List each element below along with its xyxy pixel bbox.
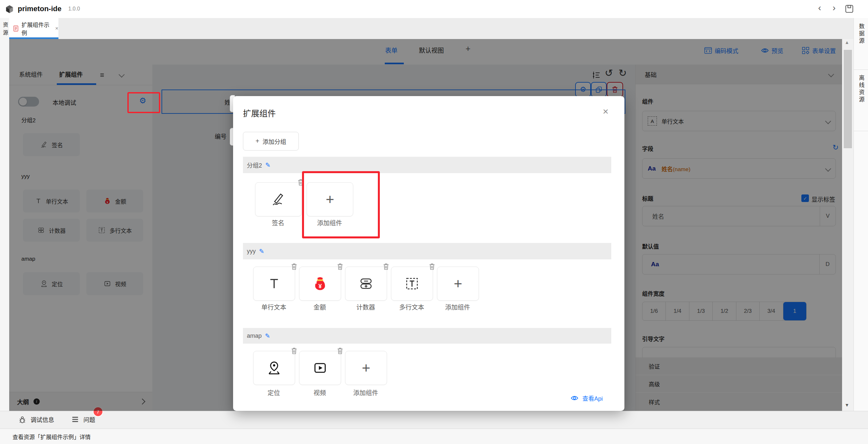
delete-tile-icon[interactable] xyxy=(291,263,298,272)
modal-add-component-label: 添加组件 xyxy=(345,388,386,397)
video-icon xyxy=(312,360,328,376)
offline-resources-label: 离线资源 xyxy=(857,75,865,131)
plus-icon: + xyxy=(362,361,370,375)
scroll-up-icon[interactable]: ▲ xyxy=(845,40,849,45)
tab-extension-example[interactable]: 扩展组件示例 × xyxy=(9,18,58,39)
sidebar-item-resources[interactable]: 资源 xyxy=(1,22,9,38)
status-bar: 查看资源「扩展组件示例」详情 xyxy=(0,429,868,444)
app-window: ¥ primeton-ide 1.0.0 ‹ › 资源 扩展组件示例 × xyxy=(0,0,868,444)
status-text: 查看资源「扩展组件示例」详情 xyxy=(12,433,91,441)
nav-back-icon[interactable]: ‹ xyxy=(818,3,821,13)
bug-icon xyxy=(18,415,27,424)
modal-tile-signature[interactable] xyxy=(255,182,302,216)
modal-add-component-label: 添加组件 xyxy=(437,302,478,311)
modal-tile-label: 定位 xyxy=(253,388,294,397)
modal-group-name: 分组2 xyxy=(247,161,262,169)
modal-tile-money[interactable] xyxy=(299,267,341,301)
scroll-down-icon[interactable]: ▼ xyxy=(845,402,849,408)
edit-icon[interactable]: ✎ xyxy=(265,332,270,340)
document-icon xyxy=(13,25,19,32)
app-logo-icon xyxy=(5,4,14,14)
sidebar-item-datasource[interactable]: 数据源 xyxy=(854,18,868,70)
modal-tile-label: 计数器 xyxy=(345,302,386,311)
top-bar: primeton-ide 1.0.0 ‹ › xyxy=(0,0,868,19)
extension-components-modal: 扩展组件 × + 添加分组 分组2 ✎ 签名 + 添加组件 yyy ✎ 单行文本 xyxy=(233,96,624,411)
modal-tile-label: 签名 xyxy=(255,218,301,227)
delete-tile-icon[interactable] xyxy=(337,263,343,272)
nav-forward-icon[interactable]: › xyxy=(833,3,836,13)
delete-tile-icon[interactable] xyxy=(337,347,343,356)
app-title: primeton-ide xyxy=(18,5,61,13)
modal-title: 扩展组件 xyxy=(243,107,276,119)
modal-tile-label: 金额 xyxy=(299,302,340,311)
scrollbar-thumb[interactable] xyxy=(844,50,852,148)
modal-tile-location[interactable] xyxy=(253,351,295,385)
money-bag-icon xyxy=(312,275,329,292)
modal-group-header: 分组2 ✎ xyxy=(243,157,611,173)
tab-label: 扩展组件示例 xyxy=(22,20,53,37)
modal-group-header: yyy ✎ xyxy=(243,243,611,260)
modal-tile-counter[interactable] xyxy=(345,267,387,301)
annotation-box-add-component xyxy=(302,171,380,238)
app-version: 1.0.0 xyxy=(68,6,80,12)
edit-icon[interactable]: ✎ xyxy=(259,247,264,255)
add-group-label: 添加分组 xyxy=(262,137,286,146)
view-api-label: 查看Api xyxy=(582,394,603,402)
eye-icon xyxy=(570,395,579,401)
modal-close-icon[interactable]: × xyxy=(603,106,609,117)
modal-tile-label: 视频 xyxy=(299,388,340,397)
datasource-label: 数据源 xyxy=(857,23,865,70)
list-icon xyxy=(71,415,80,424)
plus-icon: + xyxy=(255,137,259,145)
plus-icon: + xyxy=(454,276,462,291)
tab-bar: 扩展组件示例 × xyxy=(9,18,868,39)
modal-add-component-tile[interactable]: + xyxy=(345,351,387,385)
add-group-button[interactable]: + 添加分组 xyxy=(243,132,299,150)
sidebar-item-offline-resources[interactable]: 离线资源 xyxy=(854,70,868,131)
single-line-text-icon xyxy=(267,276,282,291)
tab-close-icon[interactable]: × xyxy=(55,25,58,32)
modal-tile-textarea[interactable] xyxy=(391,267,433,301)
modal-group-name: yyy xyxy=(247,248,256,255)
delete-tile-icon[interactable] xyxy=(429,263,435,272)
delete-tile-icon[interactable] xyxy=(291,347,298,356)
debug-info-label: 调试信息 xyxy=(31,415,54,424)
modal-group-name: amap xyxy=(247,333,262,339)
right-strip: 数据源 离线资源 xyxy=(854,18,868,411)
debug-bar: 调试信息 问题 7 xyxy=(0,411,868,429)
left-strip: 资源 xyxy=(0,18,9,411)
view-api-link[interactable]: 查看Api xyxy=(570,394,603,402)
counter-icon xyxy=(358,276,374,292)
modal-tile-video[interactable] xyxy=(299,351,341,385)
location-pin-icon xyxy=(266,360,282,376)
problems-label: 问题 xyxy=(83,415,95,424)
modal-tile-label: 单行文本 xyxy=(253,302,294,311)
annotation-box-gear xyxy=(127,92,160,113)
problems-button[interactable]: 问题 xyxy=(71,415,95,424)
multi-line-text-icon xyxy=(404,276,420,291)
signature-icon xyxy=(271,192,286,207)
save-icon[interactable] xyxy=(845,4,854,13)
edit-icon[interactable]: ✎ xyxy=(265,161,271,169)
modal-tile-label: 多行文本 xyxy=(391,302,432,311)
debug-info-button[interactable]: 调试信息 xyxy=(18,415,54,424)
delete-tile-icon[interactable] xyxy=(383,263,389,272)
modal-group-header: amap ✎ xyxy=(243,328,611,344)
scrollbar[interactable]: ▲ ▼ xyxy=(842,39,854,411)
modal-add-component-tile[interactable]: + xyxy=(437,267,479,301)
modal-tile-text[interactable] xyxy=(253,267,295,301)
